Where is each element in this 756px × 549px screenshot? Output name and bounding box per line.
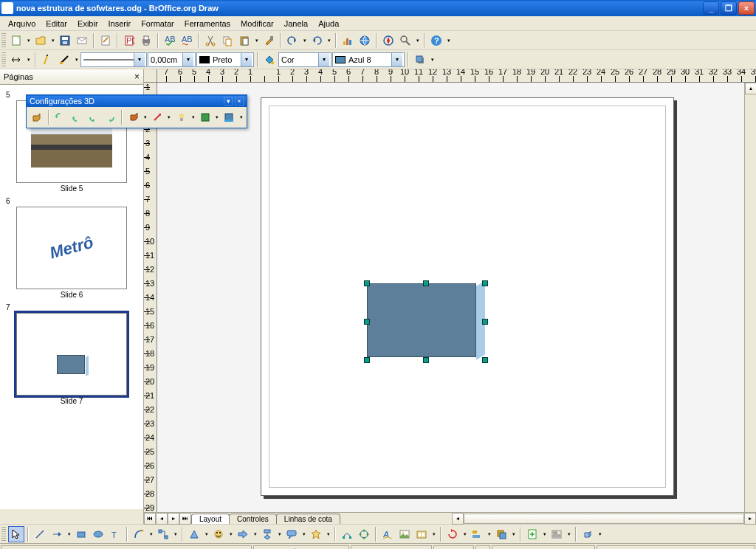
restore-button[interactable]: ❐ bbox=[721, 1, 737, 15]
horizontal-ruler[interactable]: 7654321123456789101112131415161718192021… bbox=[157, 69, 756, 83]
undo-dropdown[interactable]: ▾ bbox=[301, 38, 308, 44]
arrange-icon[interactable] bbox=[493, 526, 509, 542]
tilt-down-icon[interactable] bbox=[52, 109, 69, 125]
lighting-icon[interactable] bbox=[173, 109, 190, 125]
controls-icon[interactable] bbox=[549, 526, 565, 542]
tab-last-icon[interactable]: ⏭ bbox=[179, 513, 191, 525]
extrude-toggle-icon[interactable] bbox=[29, 109, 45, 125]
rectangle-tool-icon[interactable] bbox=[73, 526, 89, 542]
float-3d-pin-icon[interactable]: ▾ bbox=[224, 97, 233, 106]
insert-icon[interactable] bbox=[524, 526, 540, 542]
toolbar-overflow[interactable]: ▾ bbox=[445, 38, 452, 44]
menu-ajuda[interactable]: Ajuda bbox=[313, 18, 344, 30]
fill-type-combo[interactable]: Cor bbox=[278, 52, 331, 67]
toolbar-handle[interactable] bbox=[1, 33, 6, 48]
extrusion-icon[interactable] bbox=[580, 526, 596, 542]
minimize-button[interactable]: _ bbox=[703, 1, 719, 15]
save-icon[interactable] bbox=[57, 32, 73, 49]
paste-icon[interactable] bbox=[236, 32, 252, 49]
3d-color-icon[interactable] bbox=[221, 109, 238, 125]
basic-shapes-icon[interactable] bbox=[186, 526, 202, 542]
ellipse-tool-icon[interactable] bbox=[90, 526, 106, 542]
new-dropdown[interactable]: ▾ bbox=[25, 38, 32, 44]
hscroll-left-icon[interactable]: ◂ bbox=[452, 513, 464, 525]
stars-icon[interactable] bbox=[308, 526, 324, 542]
menu-editar[interactable]: Editar bbox=[41, 18, 72, 30]
block-arrows-icon[interactable] bbox=[235, 526, 251, 542]
hscroll-right-icon[interactable]: ▸ bbox=[744, 513, 756, 525]
tab-first-icon[interactable]: ⏮ bbox=[144, 513, 156, 525]
menu-janela[interactable]: Janela bbox=[279, 18, 313, 30]
fill-color-combo[interactable]: Azul 8 bbox=[332, 52, 405, 67]
email-icon[interactable] bbox=[74, 32, 90, 49]
toolbar-handle[interactable] bbox=[1, 52, 6, 67]
slides-thumbnail-list[interactable]: 5 Slide 5 6 Metrô Slide 6 7 bbox=[0, 85, 143, 509]
line-style-combo[interactable] bbox=[80, 52, 147, 67]
tab-prev-icon[interactable]: ◂ bbox=[156, 513, 168, 525]
float-3d-settings[interactable]: Configurações 3D ▾ × ▾ ▾ ▾ ▾ ▾ bbox=[26, 94, 247, 128]
gallery-icon[interactable] bbox=[413, 526, 430, 542]
glue-points-icon[interactable] bbox=[356, 526, 372, 542]
drawing-canvas[interactable] bbox=[157, 83, 744, 512]
toolbar2-overflow[interactable]: ▾ bbox=[429, 57, 436, 63]
new-doc-icon[interactable] bbox=[8, 32, 24, 49]
drawbar-overflow[interactable]: ▾ bbox=[597, 531, 603, 537]
menu-exibir[interactable]: Exibir bbox=[72, 18, 103, 30]
pdf-icon[interactable]: PDF bbox=[121, 32, 137, 49]
float-3d-close-icon[interactable]: × bbox=[235, 97, 244, 106]
autospell-icon[interactable]: ABC bbox=[179, 32, 195, 49]
navigator-icon[interactable] bbox=[380, 32, 396, 49]
slide-thumb-7[interactable]: 7 Slide 7 bbox=[3, 303, 140, 405]
spellcheck-icon[interactable]: ABC bbox=[162, 32, 178, 49]
edit-points-icon[interactable] bbox=[339, 526, 355, 542]
tab-linhas[interactable]: Linhas de cota bbox=[276, 514, 340, 524]
align-icon[interactable] bbox=[469, 526, 485, 542]
line-style-icon[interactable] bbox=[39, 52, 55, 68]
menu-inserir[interactable]: Inserir bbox=[103, 18, 137, 30]
area-fill-icon[interactable] bbox=[261, 52, 278, 68]
chart-icon[interactable] bbox=[340, 32, 356, 49]
float-3d-header[interactable]: Configurações 3D ▾ × bbox=[27, 95, 247, 107]
menu-ferramentas[interactable]: Ferramentas bbox=[179, 18, 236, 30]
hyperlink-icon[interactable] bbox=[357, 32, 373, 49]
select-tool-icon[interactable] bbox=[8, 526, 24, 542]
arrow-line-icon[interactable] bbox=[49, 526, 65, 542]
line-tool-icon[interactable] bbox=[32, 526, 48, 542]
tab-next-icon[interactable]: ▸ bbox=[168, 513, 179, 525]
edit-file-icon[interactable] bbox=[97, 32, 114, 49]
direction-icon[interactable] bbox=[149, 109, 165, 125]
shadow-icon[interactable] bbox=[412, 52, 428, 68]
symbol-shapes-icon[interactable] bbox=[210, 526, 227, 542]
open-icon[interactable] bbox=[32, 32, 49, 49]
menu-arquivo[interactable]: Arquivo bbox=[3, 18, 41, 30]
tilt-right-icon[interactable] bbox=[102, 109, 118, 125]
tab-layout[interactable]: Layout bbox=[191, 514, 230, 524]
horizontal-scrollbar[interactable] bbox=[464, 514, 744, 524]
format-paintbrush-icon[interactable] bbox=[261, 32, 277, 49]
tilt-left-icon[interactable] bbox=[86, 109, 102, 125]
slide-thumb-6[interactable]: 6 Metrô Slide 6 bbox=[3, 197, 140, 299]
line-color-combo[interactable]: Preto bbox=[196, 52, 254, 67]
text-tool-icon[interactable]: T bbox=[107, 526, 123, 542]
paste-dropdown[interactable]: ▾ bbox=[253, 38, 260, 44]
line-width-input[interactable]: 0,00cm bbox=[148, 52, 196, 67]
cut-icon[interactable] bbox=[202, 32, 219, 49]
status-zoom[interactable]: 48% bbox=[433, 545, 474, 550]
close-button[interactable]: × bbox=[738, 1, 755, 15]
fontwork-icon[interactable]: A bbox=[379, 526, 396, 542]
selected-3d-box-shape[interactable] bbox=[367, 280, 485, 360]
print-icon[interactable] bbox=[138, 32, 154, 49]
depth-icon[interactable] bbox=[126, 109, 142, 125]
zoom-icon[interactable] bbox=[397, 32, 413, 49]
surface-icon[interactable] bbox=[197, 109, 213, 125]
open-dropdown[interactable]: ▾ bbox=[49, 38, 56, 44]
connector-tool-icon[interactable] bbox=[155, 526, 171, 542]
menu-formatar[interactable]: Formatar bbox=[136, 18, 179, 30]
copy-icon[interactable] bbox=[219, 32, 236, 49]
menu-modificar[interactable]: Modificar bbox=[236, 18, 279, 30]
vertical-ruler[interactable]: 1123456789101112131415161718192021222324… bbox=[144, 83, 157, 512]
flowchart-icon[interactable] bbox=[259, 526, 275, 542]
rotate-icon[interactable] bbox=[444, 526, 461, 542]
vertical-scrollbar[interactable]: ▴ bbox=[744, 83, 756, 512]
redo-dropdown[interactable]: ▾ bbox=[326, 38, 332, 44]
